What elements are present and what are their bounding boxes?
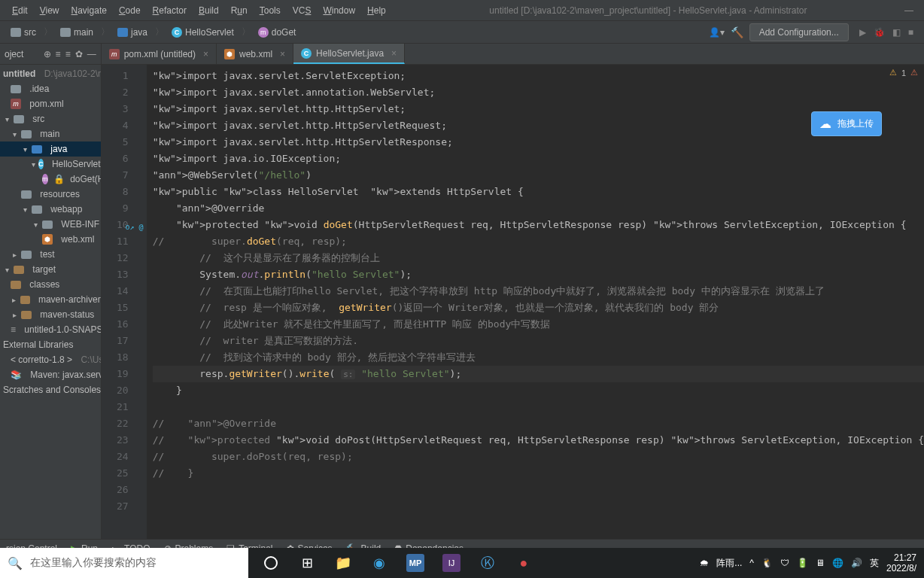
tree-main[interactable]: ▾ main <box>0 126 101 141</box>
tree-doget[interactable]: m 🔒 doGet(HttpSe <box>0 172 101 187</box>
upload-widget[interactable]: ☁ 拖拽上传 <box>811 111 882 136</box>
settings-icon[interactable]: ✿ <box>75 49 83 59</box>
tree-ext-libs[interactable]: External Libraries <box>0 337 101 352</box>
hide-icon[interactable]: — <box>87 49 96 59</box>
taskbar-search[interactable]: 🔍 在这里输入你要搜索的内容 <box>0 548 248 578</box>
record-icon[interactable]: ● <box>515 554 533 572</box>
tree-target[interactable]: ▾ target <box>0 262 101 277</box>
taskview-icon[interactable]: ⊞ <box>298 554 316 572</box>
tree-java[interactable]: ▾ java <box>0 141 101 157</box>
tree-maven-dep[interactable]: 📚 Maven: javax.servlet:javax.se <box>0 367 101 382</box>
tree-webapp[interactable]: ▾ webapp <box>0 202 101 217</box>
tree-corretto[interactable]: < corretto-1.8 > C:\Users\A <box>0 352 101 367</box>
tree-classes[interactable]: classes <box>0 277 101 292</box>
tab-pom[interactable]: mpom.xml (untitled)× <box>102 44 217 64</box>
expand-icon[interactable]: ≡ <box>56 49 61 59</box>
ime-indicator[interactable]: 英 <box>870 557 879 570</box>
search-icon: 🔍 <box>8 556 23 570</box>
menu-build[interactable]: Build <box>193 2 225 19</box>
menu-view[interactable]: View <box>34 2 65 19</box>
tree-test[interactable]: ▸ test <box>0 247 101 262</box>
tray-volume-icon[interactable]: 🔊 <box>851 558 862 568</box>
coverage-icon[interactable]: ◧ <box>892 27 901 38</box>
code-editor[interactable]: 12345678910o↗ @1112131415161718192021222… <box>102 65 924 539</box>
tree-helloservlet[interactable]: ▾C HelloServlet <box>0 157 101 172</box>
menu-edit[interactable]: Edit <box>6 2 34 19</box>
menu-help[interactable]: Help <box>361 2 392 19</box>
tab-hello[interactable]: CHelloServlet.java× <box>293 44 405 64</box>
app-mp-icon[interactable]: MP <box>406 554 424 572</box>
tree-resources[interactable]: resources <box>0 187 101 202</box>
error-icon: ⚠ <box>910 68 918 78</box>
editor-tabs: mpom.xml (untitled)× ⬢web.xml× CHelloSer… <box>102 44 924 65</box>
menu-code[interactable]: Code <box>113 2 147 19</box>
menu-refactor[interactable]: Refactor <box>147 2 193 19</box>
menu-run[interactable]: Run <box>225 2 254 19</box>
cloud-icon: ☁ <box>819 117 831 131</box>
menu-navigate[interactable]: Navigate <box>65 2 113 19</box>
tree-pom[interactable]: m pom.xml <box>0 96 101 111</box>
close-icon[interactable]: × <box>391 48 397 59</box>
user-icon[interactable]: 👤▾ <box>709 27 725 38</box>
search-placeholder: 在这里输入你要搜索的内容 <box>30 556 157 570</box>
windows-taskbar: 🔍 在这里输入你要搜索的内容 ⊞ 📁 ◉ MP IJ Ⓚ ● 🌧 阵雨... ^… <box>0 548 924 578</box>
project-label: oject <box>5 49 23 59</box>
code-content[interactable]: "kw">import javax.servlet.ServletExcepti… <box>147 65 924 539</box>
gutter: 12345678910o↗ @1112131415161718192021222… <box>102 65 147 539</box>
breadcrumb: src 〉 main 〉 java 〉 CHelloServlet 〉 mdoG… <box>6 26 300 39</box>
run-icon[interactable]: ▶ <box>859 27 866 38</box>
tree-maven-status[interactable]: ▸ maven-status <box>0 307 101 322</box>
navigation-toolbar: src 〉 main 〉 java 〉 CHelloServlet 〉 mdoG… <box>0 21 924 44</box>
tray-shield-icon[interactable]: 🛡 <box>780 558 789 568</box>
tree-idea[interactable]: .idea <box>0 81 101 96</box>
build-icon[interactable]: 🔨 <box>731 26 743 38</box>
tree-root[interactable]: untitled D:\java102-2\maven_p <box>0 66 101 81</box>
breadcrumb-method[interactable]: mdoGet <box>254 26 301 39</box>
tray-qq-icon[interactable]: 🐧 <box>761 558 773 568</box>
close-icon[interactable]: × <box>280 49 285 59</box>
editor-area: mpom.xml (untitled)× ⬢web.xml× CHelloSer… <box>102 44 924 539</box>
tree-maven-archiver[interactable]: ▸ maven-archiver <box>0 292 101 307</box>
minimize-icon[interactable]: — <box>904 5 913 16</box>
explorer-icon[interactable]: 📁 <box>334 554 352 572</box>
clock[interactable]: 21:27 2022/8/ <box>886 552 916 574</box>
intellij-icon[interactable]: IJ <box>442 554 460 572</box>
tree-snapshot[interactable]: ≡ untitled-1.0-SNAPSHOT.ja <box>0 322 101 337</box>
weather-text[interactable]: 阵雨... <box>716 557 742 570</box>
tree-src[interactable]: ▾ src <box>0 111 101 126</box>
menu-window[interactable]: Window <box>317 2 361 19</box>
inspection-widget[interactable]: ⚠1 ⚠ <box>889 68 918 78</box>
breadcrumb-src[interactable]: src <box>6 26 41 39</box>
tree-scratches[interactable]: Scratches and Consoles <box>0 382 101 397</box>
breadcrumb-java[interactable]: java <box>113 26 152 39</box>
breadcrumb-class[interactable]: CHelloServlet <box>167 26 239 39</box>
edge-icon[interactable]: ◉ <box>370 554 388 572</box>
tray-battery-icon[interactable]: 🔋 <box>797 558 808 568</box>
tray-display-icon[interactable]: 🖥 <box>816 558 825 568</box>
breadcrumb-main[interactable]: main <box>56 26 98 39</box>
app-k-icon[interactable]: Ⓚ <box>479 554 497 572</box>
debug-icon[interactable]: 🐞 <box>874 27 885 38</box>
tree-webxml[interactable]: ⬢ web.xml <box>0 232 101 247</box>
tray-network-icon[interactable]: 🌐 <box>832 558 843 568</box>
menubar: Edit View Navigate Code Refactor Build R… <box>0 0 924 21</box>
warning-icon: ⚠ <box>889 68 897 78</box>
select-opened-icon[interactable]: ⊕ <box>44 49 51 59</box>
project-tool-window: oject ⊕ ≡ ≡ ✿ — untitled D:\java102-2\ma… <box>0 44 102 539</box>
menu-vcs[interactable]: VCS <box>287 2 318 19</box>
tab-web[interactable]: ⬢web.xml× <box>217 44 293 64</box>
upload-label: 拖拽上传 <box>837 117 874 130</box>
add-configuration-button[interactable]: Add Configuration... <box>749 23 849 41</box>
window-title: untitled [D:\java102-2\maven_project\unt… <box>392 5 904 16</box>
tree-webinf[interactable]: ▾ WEB-INF <box>0 217 101 232</box>
cortana-icon[interactable] <box>262 554 280 572</box>
weather-icon[interactable]: 🌧 <box>700 558 709 568</box>
collapse-icon[interactable]: ≡ <box>65 49 71 59</box>
close-icon[interactable]: × <box>203 49 208 59</box>
chevron-up-icon[interactable]: ^ <box>749 558 754 568</box>
stop-icon[interactable]: ■ <box>908 27 913 38</box>
menu-tools[interactable]: Tools <box>254 2 287 19</box>
